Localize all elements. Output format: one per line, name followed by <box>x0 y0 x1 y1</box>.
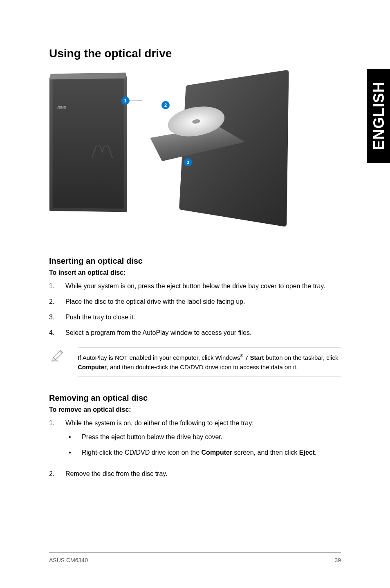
step-number: 1. <box>49 418 65 463</box>
list-item: 4. Select a program from the AutoPlay wi… <box>49 328 341 338</box>
step-text: Push the tray to close it. <box>65 312 341 322</box>
step-number: 2. <box>49 469 65 479</box>
page-content: Using the optical drive /SUS 1 2 3 Inser… <box>0 0 390 479</box>
section-removing-heading: Removing an optical disc <box>49 393 341 403</box>
sublist-item: • Press the eject button below the drive… <box>65 432 341 442</box>
step-text: Remove the disc from the disc tray. <box>65 469 341 479</box>
page-footer: ASUS CM6340 39 <box>49 552 341 563</box>
callout-3: 3 <box>184 158 192 166</box>
list-item: 3. Push the tray to close it. <box>49 312 341 322</box>
section-inserting-subheading: To insert an optical disc: <box>49 269 341 276</box>
section-inserting-heading: Inserting an optical disc <box>49 256 341 266</box>
step-number: 2. <box>49 297 65 307</box>
step-number: 4. <box>49 328 65 338</box>
insert-steps-list: 1. While your system is on, press the ej… <box>49 281 341 338</box>
illustration-row: /SUS 1 2 3 <box>49 76 341 224</box>
note-text: If AutoPlay is NOT enabled in your compu… <box>78 348 341 377</box>
step-text: Select a program from the AutoPlay windo… <box>65 328 341 338</box>
sublist: • Press the eject button below the drive… <box>65 432 341 458</box>
step-number: 3. <box>49 312 65 322</box>
tower-open-image: 2 3 <box>143 76 286 215</box>
bullet: • <box>65 448 82 458</box>
step-text: While your system is on, press the eject… <box>65 281 341 291</box>
section-removing-subheading: To remove an optical disc: <box>49 406 341 413</box>
pencil-icon <box>49 348 65 364</box>
language-tab-text: ENGLISH <box>370 81 387 150</box>
sublist-text: Right-click the CD/DVD drive icon on the… <box>82 448 316 458</box>
note-box: If AutoPlay is NOT enabled in your compu… <box>49 348 341 377</box>
footer-model: ASUS CM6340 <box>49 557 88 563</box>
step-text: While the system is on, do either of the… <box>65 418 341 463</box>
remove-steps-list: 1. While the system is on, do either of … <box>49 418 341 479</box>
svg-point-0 <box>51 360 59 362</box>
list-item: 1. While the system is on, do either of … <box>49 418 341 463</box>
tower-closed-image: /SUS 1 <box>49 76 127 212</box>
bullet: • <box>65 432 82 442</box>
language-tab: ENGLISH <box>367 69 390 163</box>
list-item: 2. Remove the disc from the disc tray. <box>49 469 341 479</box>
step-number: 1. <box>49 281 65 291</box>
list-item: 1. While your system is on, press the ej… <box>49 281 341 291</box>
sublist-text: Press the eject button below the drive b… <box>82 432 222 442</box>
footer-page-number: 39 <box>334 557 341 563</box>
callout-2: 2 <box>161 101 170 109</box>
step-text: Place the disc to the optical drive with… <box>65 297 341 307</box>
asus-logo-icon <box>90 142 114 162</box>
callout-1: 1 <box>121 97 130 105</box>
page-title: Using the optical drive <box>49 47 341 60</box>
sublist-item: • Right-click the CD/DVD drive icon on t… <box>65 448 341 458</box>
list-item: 2. Place the disc to the optical drive w… <box>49 297 341 307</box>
